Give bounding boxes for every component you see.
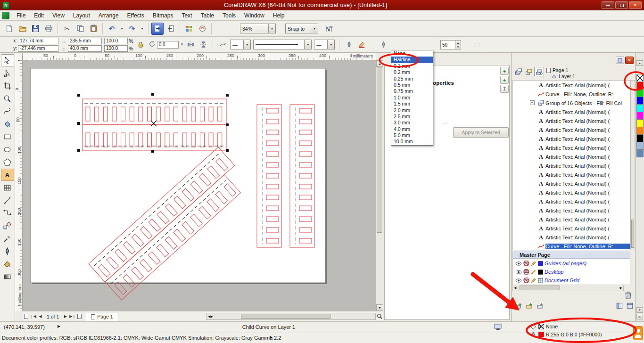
convert-to-curves-button[interactable] bbox=[217, 40, 228, 49]
mirror-vertical-button[interactable] bbox=[198, 40, 208, 49]
docker-splitter[interactable]: ... bbox=[444, 119, 448, 124]
add-property-button[interactable]: + bbox=[500, 76, 509, 84]
new-layer-button[interactable] bbox=[513, 301, 523, 310]
show-object-properties-button[interactable] bbox=[513, 67, 523, 76]
close-docker-button[interactable]: ✕ bbox=[625, 57, 634, 64]
last-page-button[interactable]: ▶❘ bbox=[69, 312, 76, 321]
swatch-00ffff[interactable] bbox=[636, 104, 644, 112]
dropdown-item-none[interactable]: None bbox=[391, 50, 433, 57]
apply-to-selected-button[interactable]: Apply to Selected bbox=[453, 127, 509, 138]
corner-value-field[interactable]: 50 bbox=[440, 40, 455, 49]
customize-dots-icon[interactable]: ⋮⋮ bbox=[472, 42, 481, 48]
outline-status-row[interactable]: R:255 G:0 B:0 (#FF0000) bbox=[530, 330, 633, 338]
swatch-ff00ff[interactable] bbox=[636, 112, 644, 120]
object-row-text[interactable]: AArtistic Text: Arial (Normal) ( bbox=[513, 134, 630, 143]
object-list-scrollbar[interactable] bbox=[630, 80, 635, 250]
dropdown-item-1.5-mm[interactable]: 1.5 mm bbox=[391, 101, 433, 107]
master-page-header[interactable]: Master Page bbox=[512, 251, 630, 259]
scroll-thumb[interactable] bbox=[631, 220, 634, 248]
undo-dropdown[interactable]: ▾ bbox=[119, 23, 125, 35]
menu-table[interactable]: Table bbox=[196, 11, 218, 20]
menu-window[interactable]: Window bbox=[240, 11, 269, 20]
x-position-field[interactable]: 127.74 mm bbox=[18, 38, 58, 44]
horizontal-ruler[interactable]: 50050100150200250300350400450 millimeter… bbox=[23, 53, 376, 60]
dropdown-item-3.0-mm[interactable]: 3.0 mm bbox=[391, 120, 433, 126]
visibility-eye-icon[interactable] bbox=[515, 278, 522, 283]
previous-page-button[interactable]: ◀ bbox=[37, 312, 44, 321]
editable-pencil-icon[interactable] bbox=[531, 278, 537, 283]
rotation-angle-field[interactable]: 0.0 bbox=[157, 41, 179, 49]
minimize-button[interactable] bbox=[602, 1, 614, 9]
copy-button[interactable] bbox=[74, 23, 86, 35]
dropdown-item-2.0-mm[interactable]: 2.0 mm bbox=[391, 107, 433, 114]
dropdown-item-0.25-mm[interactable]: 0.25 mm bbox=[391, 76, 433, 82]
outline-pen-dialog-button[interactable] bbox=[344, 40, 354, 49]
dropdown-item-hairline[interactable]: Hairline bbox=[391, 57, 433, 63]
zoom-tool[interactable] bbox=[1, 92, 14, 105]
interactive-fill-tool[interactable] bbox=[1, 270, 14, 283]
table-tool[interactable] bbox=[1, 181, 14, 194]
swatch-5f86b8[interactable] bbox=[636, 149, 644, 157]
horizontal-scroll-thumb[interactable] bbox=[241, 314, 330, 319]
add-property-button[interactable]: + bbox=[500, 67, 509, 75]
add-page-button[interactable] bbox=[76, 312, 83, 321]
visibility-eye-icon[interactable] bbox=[515, 270, 522, 275]
new-master-layer-odd-button[interactable] bbox=[535, 301, 545, 310]
add-page-button[interactable] bbox=[23, 312, 30, 321]
connector-tool[interactable] bbox=[1, 207, 14, 219]
eyedropper-tool[interactable] bbox=[1, 232, 14, 245]
shape-tool[interactable] bbox=[1, 67, 14, 79]
snap-to-dropdown[interactable]: Snap to ▾ bbox=[285, 24, 318, 33]
expand-icon[interactable]: ▶ bbox=[270, 335, 272, 339]
object-row-text[interactable]: AArtistic Text: Arial (Normal) ( bbox=[513, 152, 630, 161]
layer-manager-view-button[interactable] bbox=[534, 67, 544, 76]
object-row-text[interactable]: AArtistic Text: Arial (Normal) ( bbox=[513, 179, 630, 188]
restore-button[interactable] bbox=[615, 1, 628, 9]
dropdown-item-2.5-mm[interactable]: 2.5 mm bbox=[391, 114, 433, 120]
lock-ratio-button[interactable] bbox=[136, 40, 146, 49]
object-row-text[interactable]: AArtistic Text: Arial (Normal) ( bbox=[513, 170, 630, 179]
crop-tool[interactable] bbox=[1, 80, 14, 92]
printable-icon[interactable] bbox=[523, 278, 529, 283]
printable-icon[interactable] bbox=[523, 261, 529, 266]
text-tool[interactable]: A bbox=[1, 169, 14, 181]
object-row-curve[interactable]: Curve - Fill: None, Outline: R: bbox=[513, 90, 630, 98]
vertical-ruler[interactable]: 050100150200250300 millimeters bbox=[15, 60, 23, 311]
visibility-eye-icon[interactable] bbox=[515, 261, 522, 266]
next-page-button[interactable]: ▶ bbox=[62, 312, 69, 321]
swatch-ffff00[interactable] bbox=[636, 119, 644, 127]
dropdown-item-0.1-mm[interactable]: 0.1 mm bbox=[391, 63, 433, 69]
cut-button[interactable]: ✂ bbox=[61, 23, 73, 35]
float-docker-button[interactable] bbox=[625, 301, 635, 310]
swatch-000000[interactable] bbox=[636, 134, 644, 142]
object-row-text[interactable]: AArtistic Text: Arial (Normal) ( bbox=[513, 161, 630, 170]
scroll-up-icon[interactable]: ▲ bbox=[376, 60, 383, 67]
delete-object-button[interactable] bbox=[625, 291, 632, 300]
smart-fill-tool[interactable] bbox=[1, 118, 14, 130]
object-row-text[interactable]: AArtistic Text: Arial (Normal) ( bbox=[513, 215, 630, 224]
swatch-00dd00[interactable] bbox=[636, 89, 644, 97]
object-row-group[interactable]: −Group of 16 Objects - Fill: Fill Col bbox=[513, 98, 630, 107]
expand-dockers-button[interactable] bbox=[614, 301, 624, 310]
master-layer-row[interactable]: Desktop bbox=[513, 268, 630, 276]
blend-tool[interactable] bbox=[1, 220, 14, 232]
palette-expand-icon[interactable]: ≫ bbox=[636, 314, 643, 319]
minimize-docker-button[interactable] bbox=[616, 57, 624, 64]
menu-arrange[interactable]: Arrange bbox=[94, 11, 123, 20]
drawing-canvas[interactable] bbox=[23, 60, 376, 311]
object-row-text[interactable]: AArtistic Text: Arial (Normal) ( bbox=[513, 81, 630, 90]
polygon-tool[interactable] bbox=[1, 156, 14, 168]
mirror-horizontal-button[interactable] bbox=[185, 40, 196, 49]
menu-file[interactable]: File bbox=[12, 11, 30, 20]
palette-scroll-down-icon[interactable]: ▼ bbox=[636, 307, 643, 313]
scroll-properties-button[interactable]: ↥ bbox=[500, 85, 509, 93]
edit-across-layers-button[interactable] bbox=[524, 67, 534, 76]
corner-value-stepper[interactable]: ▲▼ bbox=[455, 40, 461, 49]
object-row-text[interactable]: AArtistic Text: Arial (Normal) ( bbox=[513, 206, 630, 215]
object-row-text[interactable]: AArtistic Text: Arial (Normal) ( bbox=[513, 224, 630, 233]
swatch-ff0000[interactable] bbox=[636, 82, 644, 90]
open-button[interactable] bbox=[16, 23, 28, 35]
master-layer-row[interactable]: Guides (all pages) bbox=[513, 259, 630, 268]
swatch-9bbce0[interactable] bbox=[636, 142, 644, 150]
menu-text[interactable]: Text bbox=[177, 11, 196, 20]
